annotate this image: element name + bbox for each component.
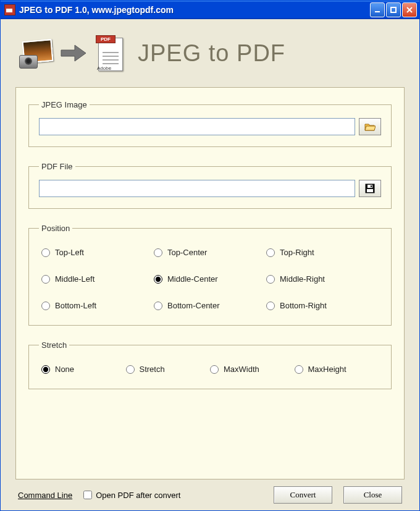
radio-stretch-none[interactable]: None [41, 365, 126, 374]
radio-label: Middle-Right [280, 274, 325, 284]
radio-label: Top-Right [280, 248, 314, 257]
radio-middle-right[interactable]: Middle-Right [266, 274, 379, 284]
pdf-brand: Adobe [97, 65, 111, 71]
close-button[interactable]: Close [343, 486, 402, 504]
group-jpeg-legend: JPEG Image [39, 100, 90, 109]
group-position-legend: Position [39, 224, 72, 233]
pdf-icon: PDF Adobe [96, 35, 125, 71]
window-title: JPEG to PDF 1.0, www.jpegtopdf.com [19, 5, 369, 15]
group-position: Position Top-Left Top-Center Top-Right M… [28, 224, 392, 326]
pdf-path-input[interactable] [39, 180, 355, 197]
radio-label: Bottom-Center [167, 301, 220, 310]
close-icon [406, 6, 413, 14]
radio-middle-center[interactable]: Middle-Center [154, 274, 266, 284]
pdf-badge: PDF [96, 35, 116, 43]
svg-rect-0 [375, 11, 380, 12]
folder-open-icon [364, 122, 376, 131]
app-window: JPEG to PDF 1.0, www.jpegtopdf.com PDF [0, 0, 420, 511]
radio-middle-left[interactable]: Middle-Left [41, 274, 154, 284]
radio-label: Stretch [140, 365, 165, 374]
jpeg-path-input[interactable] [39, 118, 355, 135]
app-icon [4, 4, 15, 15]
arrow-right-icon [60, 44, 87, 62]
footer: Command Line Open PDF after convert Conv… [1, 479, 419, 510]
main-panel: JPEG Image PDF File [15, 87, 405, 479]
save-pdf-button[interactable] [359, 180, 381, 197]
photo-icon [19, 40, 51, 66]
group-jpeg: JPEG Image [28, 100, 392, 147]
maximize-icon [390, 6, 397, 14]
radio-label: Middle-Left [55, 274, 94, 284]
command-line-link[interactable]: Command Line [18, 491, 72, 500]
header: PDF Adobe JPEG to PDF [1, 19, 419, 81]
minimize-icon [374, 6, 381, 14]
svg-rect-5 [367, 189, 373, 192]
radio-label: MaxHeight [308, 365, 346, 374]
radio-label: MaxWidth [224, 365, 259, 374]
radio-stretch-maxheight[interactable]: MaxHeight [295, 365, 379, 374]
radio-label: Middle-Center [167, 274, 218, 284]
radio-label: Bottom-Right [280, 301, 327, 310]
header-icons: PDF Adobe [19, 35, 125, 71]
svg-rect-4 [371, 185, 372, 187]
radio-bottom-center[interactable]: Bottom-Center [154, 301, 266, 310]
radio-label: Top-Left [55, 248, 84, 257]
group-stretch: Stretch None Stretch MaxWidth MaxHeight [28, 340, 392, 389]
radio-stretch-maxwidth[interactable]: MaxWidth [210, 365, 295, 374]
open-after-input[interactable] [83, 491, 92, 499]
floppy-save-icon [365, 184, 375, 193]
radio-label: Top-Center [167, 248, 207, 257]
radio-stretch-stretch[interactable]: Stretch [126, 365, 211, 374]
svg-rect-1 [391, 7, 396, 12]
open-after-label: Open PDF after convert [96, 491, 180, 500]
maximize-button[interactable] [386, 2, 401, 17]
client-area: PDF Adobe JPEG to PDF JPEG Image [1, 19, 419, 510]
radio-label: Bottom-Left [55, 301, 96, 310]
close-window-button[interactable] [402, 2, 417, 17]
radio-bottom-right[interactable]: Bottom-Right [266, 301, 379, 310]
radio-label: None [55, 365, 74, 374]
convert-button[interactable]: Convert [274, 486, 332, 504]
browse-jpeg-button[interactable] [359, 118, 381, 135]
radio-top-right[interactable]: Top-Right [266, 248, 379, 257]
open-after-checkbox[interactable]: Open PDF after convert [83, 491, 180, 500]
group-stretch-legend: Stretch [39, 340, 69, 350]
titlebar: JPEG to PDF 1.0, www.jpegtopdf.com [1, 1, 419, 19]
group-pdf-legend: PDF File [39, 162, 75, 171]
app-title: JPEG to PDF [138, 40, 401, 67]
group-pdf: PDF File [28, 162, 392, 209]
radio-bottom-left[interactable]: Bottom-Left [41, 301, 154, 310]
radio-top-left[interactable]: Top-Left [41, 248, 154, 257]
minimize-button[interactable] [370, 2, 385, 17]
radio-top-center[interactable]: Top-Center [154, 248, 266, 257]
